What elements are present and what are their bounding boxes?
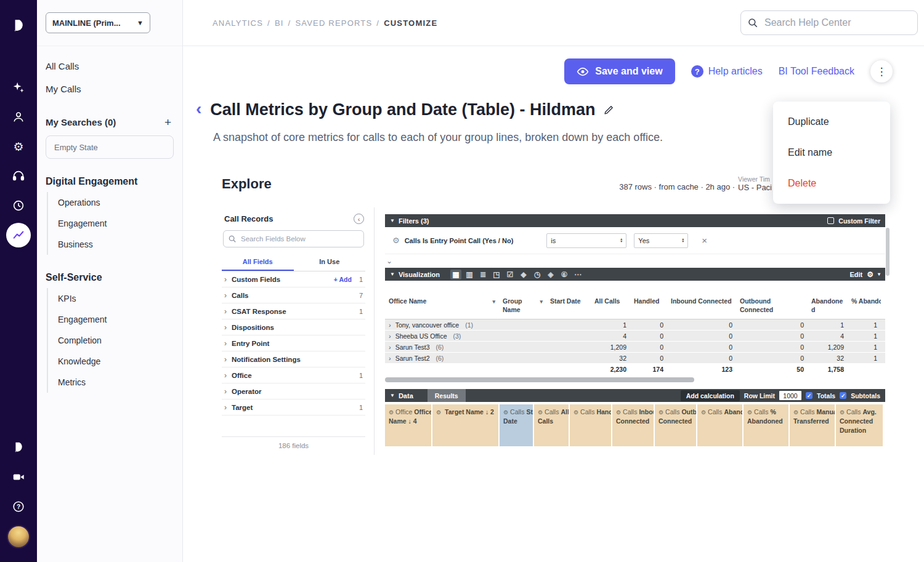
- expand-row-icon[interactable]: ›: [389, 321, 391, 329]
- breadcrumb-bi[interactable]: BI: [275, 18, 284, 28]
- menu-item-duplicate[interactable]: Duplicate: [773, 106, 890, 137]
- field-group-dispositions[interactable]: › Dispositions: [222, 319, 365, 335]
- column-header-office-name[interactable]: Office Name ▾: [385, 295, 499, 319]
- subtotals-checkbox[interactable]: ✓: [840, 392, 846, 399]
- data-header-start-date[interactable]: ⚙CallsStart Date: [500, 404, 534, 446]
- column-header-start-date[interactable]: Start Date: [546, 295, 591, 319]
- text-table-icon[interactable]: ≣: [477, 270, 488, 279]
- field-group-calls[interactable]: › Calls 7: [222, 287, 365, 303]
- area-chart-icon[interactable]: ◆: [518, 270, 529, 279]
- sidebar-item-operations[interactable]: Operations: [48, 192, 174, 213]
- history-icon[interactable]: [6, 193, 31, 218]
- field-group-notification-settings[interactable]: › Notification Settings: [222, 351, 365, 367]
- dialpad-mark-icon[interactable]: [6, 435, 31, 460]
- results-tab[interactable]: Results: [428, 389, 466, 402]
- filter-value-select[interactable]: Yes ▴▾: [634, 233, 688, 248]
- data-header-handled[interactable]: ⚙CallsHandled: [570, 404, 612, 446]
- meetings-video-icon[interactable]: [6, 465, 31, 489]
- sidebar-item-metrics[interactable]: Metrics: [48, 372, 174, 393]
- single-value-icon[interactable]: ☑: [505, 270, 516, 279]
- menu-item-edit-name[interactable]: Edit name: [773, 137, 890, 168]
- data-header-pct-abandoned[interactable]: ⚙Calls% Abandoned: [744, 404, 790, 446]
- ai-sparkles-icon[interactable]: [6, 75, 31, 100]
- tab-in-use[interactable]: In Use: [294, 254, 366, 271]
- help-icon[interactable]: ?: [6, 494, 31, 519]
- expand-filters-icon[interactable]: ⌄: [386, 257, 392, 265]
- number-chart-icon[interactable]: ⑥: [559, 270, 570, 279]
- filters-toggle[interactable]: ▼ Filters (3): [390, 217, 429, 225]
- add-search-button[interactable]: +: [162, 116, 174, 128]
- more-charts-icon[interactable]: ⋯: [572, 270, 583, 279]
- user-avatar[interactable]: [7, 525, 30, 548]
- add-calculation-button[interactable]: Add calculation: [681, 390, 740, 401]
- table-chart-icon[interactable]: ▦: [450, 270, 461, 279]
- field-group-csat-response[interactable]: › CSAT Response 1: [222, 303, 365, 319]
- sidebar-item-my-calls[interactable]: My Calls: [46, 78, 174, 100]
- settings-gear-icon[interactable]: ⚙: [6, 134, 31, 159]
- collapse-panel-icon[interactable]: ‹: [354, 214, 364, 224]
- sidebar-item-kpis[interactable]: KPIs: [48, 288, 174, 309]
- field-group-entry-point[interactable]: › Entry Point: [222, 335, 365, 351]
- data-header-inbound-connected[interactable]: ⚙CallsInbound Connected: [612, 404, 655, 446]
- vertical-scrollbar-thumb[interactable]: [886, 228, 890, 276]
- help-search-input[interactable]: [740, 10, 918, 35]
- sidebar-item-completion[interactable]: Completion: [48, 330, 174, 351]
- sidebar-item-all-calls[interactable]: All Calls: [46, 55, 174, 78]
- sidebar-item-engagement[interactable]: Engagement: [48, 213, 174, 234]
- column-chart-icon[interactable]: ▥: [464, 270, 475, 279]
- bi-tool-feedback-link[interactable]: BI Tool Feedback: [779, 66, 854, 77]
- row-limit-input[interactable]: [779, 391, 801, 400]
- column-header-all-calls[interactable]: All Calls: [591, 295, 630, 319]
- more-options-button[interactable]: ⋮: [870, 60, 893, 82]
- data-header-manually-transferred[interactable]: ⚙CallsManually Transferred: [790, 404, 836, 446]
- caret-down-icon[interactable]: ▾: [878, 271, 880, 277]
- totals-checkbox[interactable]: ✓: [806, 392, 813, 399]
- field-group-target[interactable]: › Target 1: [222, 399, 365, 415]
- help-articles-link[interactable]: ? Help articles: [691, 65, 763, 78]
- visualization-toggle[interactable]: ▼ Visualization: [390, 271, 440, 278]
- field-search-input[interactable]: [223, 230, 364, 247]
- viz-edit-button[interactable]: Edit: [849, 271, 862, 278]
- custom-filter-checkbox[interactable]: [827, 217, 834, 224]
- filter-gear-icon[interactable]: ⚙: [392, 236, 400, 245]
- data-header-abandoned[interactable]: ⚙CallsAbandoned: [697, 404, 744, 446]
- expand-row-icon[interactable]: ›: [389, 355, 391, 362]
- sidebar-item-ss-engagement[interactable]: Engagement: [48, 309, 174, 330]
- expand-row-icon[interactable]: ›: [389, 332, 391, 340]
- data-toggle[interactable]: ▼ Data: [390, 392, 413, 399]
- dialpad-logo-icon[interactable]: [6, 14, 31, 38]
- tab-all-fields[interactable]: All Fields: [222, 254, 294, 271]
- map-chart-icon[interactable]: ◈: [545, 270, 556, 279]
- field-group-custom-fields[interactable]: › Custom Fields + Add 1: [222, 271, 365, 287]
- breadcrumb-saved-reports[interactable]: SAVED REPORTS: [295, 18, 372, 28]
- edit-title-pencil-icon[interactable]: [604, 105, 614, 118]
- expand-row-icon[interactable]: ›: [389, 343, 391, 351]
- add-custom-field-button[interactable]: + Add: [334, 276, 352, 283]
- sidebar-item-knowledge[interactable]: Knowledge: [48, 351, 174, 372]
- team-selector-dropdown[interactable]: MAINLINE (Prim... ▼: [46, 12, 150, 33]
- data-header-office-name[interactable]: ⚙OfficeOffice Name↓ 4: [385, 404, 432, 446]
- column-header-pct-abandoned[interactable]: % Abandoned: [848, 295, 881, 319]
- back-button[interactable]: ‹: [196, 100, 201, 118]
- column-header-outbound-connected[interactable]: Outbound Connected: [736, 295, 808, 319]
- clock-chart-icon[interactable]: ◷: [532, 270, 543, 279]
- contacts-icon[interactable]: [6, 105, 31, 129]
- remove-filter-icon[interactable]: ×: [702, 235, 707, 246]
- horizontal-scrollbar-thumb[interactable]: [385, 377, 694, 382]
- breadcrumb-analytics[interactable]: ANALYTICS: [213, 18, 263, 28]
- data-header-all-calls[interactable]: ⚙CallsAll Calls: [534, 404, 570, 446]
- field-group-operator[interactable]: › Operator: [222, 383, 365, 399]
- save-and-view-button[interactable]: Save and view: [564, 58, 675, 84]
- data-header-outbound-connected[interactable]: ⚙CallsOutbound Connected: [655, 404, 697, 446]
- column-header-group-name[interactable]: Group Name ▾: [499, 295, 546, 319]
- menu-item-delete[interactable]: Delete: [773, 168, 890, 199]
- column-header-inbound-connected[interactable]: Inbound Connected: [667, 295, 736, 319]
- viz-settings-gear-icon[interactable]: ⚙: [867, 270, 873, 279]
- filter-operator-select[interactable]: is ▴▾: [546, 233, 626, 248]
- sidebar-item-business[interactable]: Business: [48, 234, 174, 255]
- column-header-handled[interactable]: Handled: [630, 295, 667, 319]
- support-headset-icon[interactable]: [6, 164, 31, 188]
- data-header-avg-connected-duration[interactable]: ⚙CallsAvg. Connected Duration: [836, 404, 884, 446]
- analytics-chart-icon[interactable]: [6, 223, 31, 247]
- scatter-chart-icon[interactable]: ◳: [491, 270, 502, 279]
